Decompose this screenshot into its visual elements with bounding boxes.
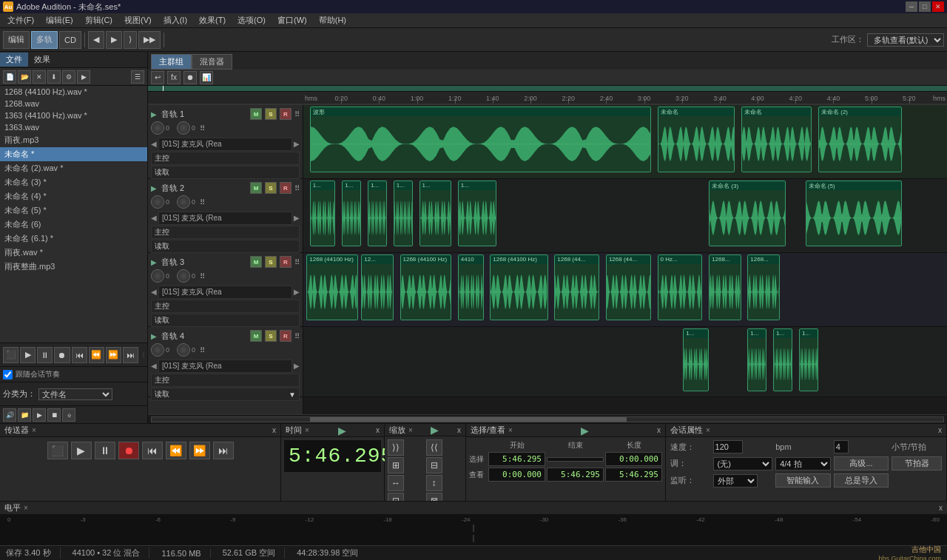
zoom-close-button[interactable]: x (457, 426, 461, 434)
track-2-route[interactable]: 主控 (151, 226, 300, 239)
file-item[interactable]: 雨夜整曲.mp3 (0, 260, 147, 274)
track-2-knob[interactable] (151, 195, 164, 209)
tp-prev[interactable]: ⏪ (166, 442, 186, 459)
icon-btn-2[interactable]: 📁 (18, 408, 31, 422)
file-item[interactable]: 未命名 (5) * (0, 203, 147, 217)
track-1-route[interactable]: 主控 (151, 152, 300, 165)
file-item[interactable]: 未命名 (6) (0, 217, 147, 232)
record-button[interactable]: ⏺ (54, 347, 70, 363)
time-close-button[interactable]: x (376, 426, 380, 434)
sess-timesig-select[interactable]: 4/4 拍 (775, 457, 831, 470)
level-close-button[interactable]: x (939, 504, 943, 512)
audio-clip[interactable]: 1... (683, 328, 709, 391)
workspace-select[interactable]: 多轨查看(默认) (867, 33, 944, 47)
track-3-drag2[interactable]: ⠿ (200, 272, 205, 280)
zoom-in-h[interactable]: ⟩⟩ (388, 439, 404, 456)
audio-clip[interactable]: 1268 (44... (606, 254, 651, 320)
tab-effects[interactable]: 效果 (28, 53, 56, 67)
new-file-button[interactable]: 📄 (3, 70, 16, 84)
file-item[interactable]: 1268.wav (0, 98, 147, 109)
track-3-knob[interactable] (151, 269, 164, 283)
file-item[interactable]: 未命名 (6.1) * (0, 232, 147, 246)
track-1-pan[interactable] (177, 121, 190, 135)
track-4-drag2[interactable]: ⠿ (200, 346, 205, 354)
hscroll-thumb[interactable] (310, 417, 627, 422)
track-4-chevron[interactable]: ▼ (289, 391, 296, 399)
track-1-knob[interactable] (151, 121, 164, 135)
hscrollbar[interactable] (148, 414, 947, 423)
sess-advanced-btn[interactable]: 高级... (834, 456, 889, 470)
track-2-source[interactable]: [01S] 麦克风 (Rea (158, 212, 292, 225)
track-ctrl-3[interactable]: ⏺ (183, 71, 197, 84)
icon-btn-5[interactable]: ⎒ (62, 408, 75, 422)
pause-button[interactable]: ⏸ (37, 347, 53, 363)
options-button[interactable]: ⚙ (62, 70, 75, 84)
menu-insert[interactable]: 插入(I) (158, 13, 193, 27)
file-item[interactable]: 雨夜.mp3 (0, 133, 147, 147)
sess-smart-input-btn[interactable]: 智能输入 (775, 473, 831, 488)
track-3-content[interactable]: 1268 (44100 Hz) 12... 1268 (44100 Hz) 44… (303, 253, 947, 327)
track-2-drag[interactable]: ⠿ (294, 184, 300, 192)
zoom-fit-h[interactable]: ↔ (388, 475, 404, 491)
track-1-mute[interactable]: M (250, 108, 262, 120)
audio-clip[interactable]: 未命名 (3) (709, 181, 786, 246)
track-4-mute[interactable]: M (250, 330, 262, 342)
icon-btn-1[interactable]: 🔊 (3, 408, 16, 422)
audio-clip[interactable]: 1268 (44100 Hz) (490, 254, 547, 320)
playhead[interactable] (163, 86, 164, 91)
minimize-button[interactable]: ─ (906, 1, 917, 12)
audio-clip[interactable]: 1... (458, 181, 496, 246)
zoom-in-v[interactable]: ⊞ (388, 457, 404, 473)
stop-button[interactable]: ⬛ (3, 347, 18, 363)
import-button[interactable]: ⬇ (47, 70, 61, 84)
menu-clip[interactable]: 剪辑(C) (79, 13, 118, 27)
tp-play[interactable]: ▶ (71, 442, 92, 459)
sess-bars-input[interactable] (834, 440, 849, 453)
sel-length-val[interactable]: 0:00.000 (605, 452, 662, 466)
view-length-val[interactable]: 5:46.295 (605, 468, 662, 482)
audio-clip[interactable]: 1... (310, 181, 336, 246)
menu-options[interactable]: 选项(O) (232, 13, 272, 27)
track-4-expand[interactable]: ▶ (151, 332, 157, 340)
track-1-drag2[interactable]: ⠿ (200, 124, 205, 132)
audio-clip[interactable]: 1268 (44... (554, 254, 599, 320)
step-button[interactable]: ⟩ (124, 31, 137, 49)
zoom-out-v[interactable]: ⊟ (426, 457, 442, 473)
track-ctrl-fx[interactable]: fx (167, 71, 181, 84)
sess-monitor-select[interactable]: 外部 (713, 474, 758, 488)
file-item[interactable]: 1363 (44100 Hz).wav * (0, 109, 147, 121)
audio-clip[interactable]: 1... (799, 328, 818, 391)
file-item[interactable]: 未命名 (3) * (0, 175, 147, 189)
tp-tostart[interactable]: ⏮ (142, 442, 163, 459)
audio-clip[interactable]: 未命名 (658, 107, 735, 172)
session-close-button[interactable]: x (938, 426, 942, 434)
audio-clip[interactable]: 1... (773, 328, 792, 391)
zoom-out-h[interactable]: ⟨⟨ (426, 439, 442, 456)
track-1-record[interactable]: R (280, 108, 291, 120)
close-file-button[interactable]: ✕ (33, 70, 46, 84)
file-item[interactable]: 雨夜.wav * (0, 246, 147, 260)
next-btn[interactable]: ⏩ (106, 347, 121, 363)
track-4-record[interactable]: R (280, 330, 291, 342)
play-button2[interactable]: ▶ (106, 31, 122, 49)
audio-clip[interactable]: 1... (368, 181, 387, 246)
view-toggle-button[interactable]: ☰ (131, 70, 144, 84)
audio-clip[interactable]: 未命名 (2) (818, 107, 902, 172)
track-2-drag2[interactable]: ⠿ (200, 198, 205, 206)
track-4-drag[interactable]: ⠿ (294, 332, 300, 340)
audio-clip[interactable]: 1... (342, 181, 361, 246)
prev-button[interactable]: ⏪ (89, 347, 104, 363)
to-end-button[interactable]: ⏭ (123, 347, 138, 363)
tp-stop[interactable]: ⬛ (47, 442, 68, 459)
sel-end-val[interactable] (547, 457, 604, 462)
multitrack-button[interactable]: 多轨 (31, 31, 58, 49)
track-2-mode[interactable]: 读取 (151, 240, 300, 253)
tab-main-group[interactable]: 主群组 (151, 54, 192, 70)
track-3-solo[interactable]: S (265, 256, 277, 268)
hscroll-track[interactable] (151, 416, 944, 422)
track-2-expand[interactable]: ▶ (151, 184, 157, 192)
menu-effects[interactable]: 效果(T) (193, 13, 232, 27)
track-2-content[interactable]: 1... 1... 1... 1... 1... 1... 未命名 (3) 未命… (303, 179, 947, 253)
to-start-button[interactable]: ⏮ (72, 347, 87, 363)
audio-clip[interactable]: 12... (361, 254, 394, 320)
